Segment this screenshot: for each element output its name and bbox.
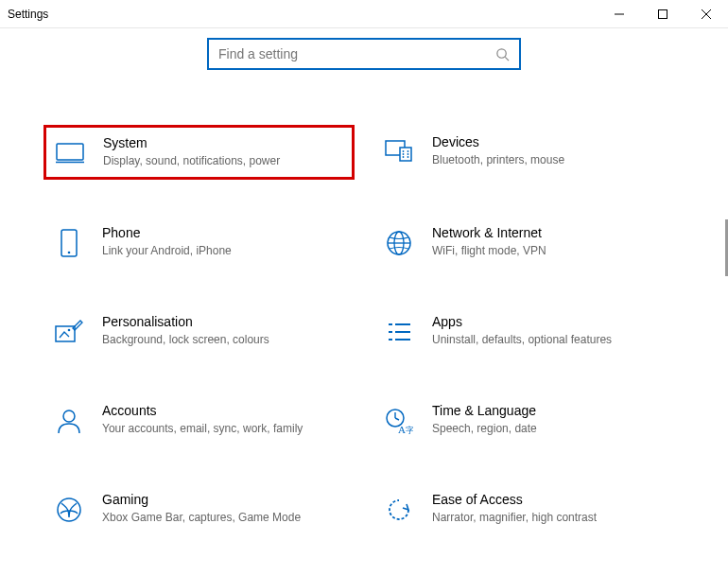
tile-title: Phone (102, 225, 232, 240)
svg-point-12 (403, 153, 405, 155)
apps-icon (383, 316, 415, 348)
tile-gaming[interactable]: Gaming Xbox Game Bar, captures, Game Mod… (43, 482, 355, 535)
tile-desc: Your accounts, email, sync, work, family (102, 421, 303, 436)
search-box[interactable] (207, 38, 521, 70)
tile-personalisation[interactable]: Personalisation Background, lock screen,… (43, 305, 355, 358)
svg-rect-6 (57, 144, 83, 160)
svg-point-35 (58, 498, 80, 521)
svg-point-29 (63, 410, 75, 422)
tile-title: Accounts (102, 403, 303, 418)
svg-point-14 (403, 156, 405, 158)
svg-line-32 (395, 418, 399, 420)
svg-point-10 (403, 150, 405, 152)
tile-title: Personalisation (102, 314, 269, 329)
ease-of-access-icon (383, 494, 415, 526)
tile-title: Ease of Access (432, 492, 597, 507)
tile-desc: Background, lock screen, colours (102, 332, 269, 347)
tile-title: Gaming (102, 492, 301, 507)
search-input[interactable] (218, 40, 495, 68)
tile-apps[interactable]: Apps Uninstall, defaults, optional featu… (373, 305, 685, 358)
phone-icon (53, 227, 85, 259)
svg-rect-1 (659, 9, 667, 18)
tile-desc: Uninstall, defaults, optional features (432, 332, 612, 347)
tile-desc: Bluetooth, printers, mouse (432, 152, 564, 167)
devices-icon (383, 136, 415, 168)
tile-title: Apps (432, 314, 612, 329)
time-language-icon: A字 (383, 405, 415, 437)
tile-phone[interactable]: Phone Link your Android, iPhone (43, 216, 355, 269)
svg-point-13 (407, 153, 409, 155)
system-icon (54, 137, 86, 169)
svg-text:字: 字 (406, 426, 413, 434)
settings-grid: System Display, sound, notifications, po… (0, 125, 728, 535)
tile-desc: WiFi, flight mode, VPN (432, 243, 546, 258)
tile-title: System (103, 135, 280, 150)
tile-desc: Xbox Game Bar, captures, Game Mode (102, 510, 301, 525)
maximize-icon (658, 9, 667, 19)
tile-desc: Link your Android, iPhone (102, 243, 232, 258)
close-button[interactable] (685, 0, 728, 28)
minimize-button[interactable] (598, 0, 641, 28)
svg-rect-21 (56, 326, 75, 341)
svg-line-5 (505, 57, 509, 61)
titlebar: Settings (0, 0, 728, 28)
tile-devices[interactable]: Devices Bluetooth, printers, mouse (373, 125, 685, 180)
svg-point-11 (407, 150, 409, 152)
close-icon (702, 9, 711, 19)
maximize-button[interactable] (641, 0, 685, 28)
svg-text:A: A (398, 424, 406, 434)
tile-ease-of-access[interactable]: Ease of Access Narrator, magnifier, high… (373, 482, 685, 535)
search-container (0, 28, 728, 87)
svg-point-15 (407, 156, 409, 158)
accounts-icon (53, 405, 85, 437)
globe-icon (383, 227, 415, 259)
svg-point-4 (497, 48, 506, 57)
tile-title: Network & Internet (432, 225, 546, 240)
minimize-icon (615, 9, 624, 19)
tile-time-language[interactable]: A字 Time & Language Speech, region, date (373, 393, 685, 446)
svg-point-22 (68, 329, 71, 332)
tile-title: Devices (432, 134, 564, 149)
tile-network[interactable]: Network & Internet WiFi, flight mode, VP… (373, 216, 685, 269)
gaming-icon (53, 494, 85, 526)
tile-desc: Display, sound, notifications, power (103, 153, 280, 168)
tile-title: Time & Language (432, 403, 537, 418)
svg-rect-9 (400, 148, 411, 161)
search-icon (495, 47, 510, 61)
tile-desc: Narrator, magnifier, high contrast (432, 510, 597, 525)
svg-point-17 (68, 252, 71, 254)
tile-accounts[interactable]: Accounts Your accounts, email, sync, wor… (43, 393, 355, 446)
tile-system[interactable]: System Display, sound, notifications, po… (43, 125, 355, 180)
tile-desc: Speech, region, date (432, 421, 537, 436)
paint-icon (53, 316, 85, 348)
window-title: Settings (8, 8, 48, 21)
window-controls (598, 0, 728, 28)
